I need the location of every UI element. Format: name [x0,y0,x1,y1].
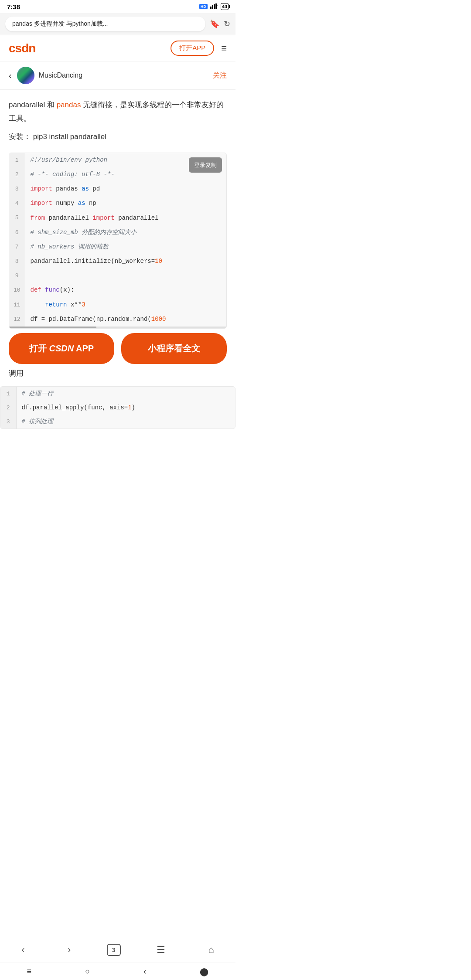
mini-program-button[interactable]: 小程序看全文 [121,333,227,364]
bookmark-icon[interactable]: 🔖 [210,19,219,29]
code-line: 11 return x**3 [9,298,226,312]
pandas-highlight: pandas [57,101,81,109]
article-paragraph: pandarallel 和 pandas 无缝衔接，是实现多线程的一个非常友好的… [9,99,227,125]
line-number: 6 [9,225,25,240]
line-number: 2 [9,167,25,182]
line-number: 3 [0,415,16,429]
svg-rect-1 [212,5,213,9]
cta-row: 打开 CSDN APP 小程序看全文 [0,329,236,368]
code-line: 3 # 按列处理 [0,415,235,429]
svg-rect-0 [210,7,212,9]
status-bar: 7:38 HD 4G 40 [0,0,236,13]
code-line: 5 from pandarallel import pandarallel [9,211,226,225]
line-number: 9 [9,269,25,283]
hd-badge: HD [199,4,208,9]
install-label: 安装： [9,133,31,141]
status-icons: HD 4G 40 [199,3,229,10]
line-number: 4 [9,196,25,211]
browser-url-input[interactable]: pandas 多进程并发 与python加载... [5,17,205,31]
line-number: 2 [0,401,16,415]
code-line: 3 import pandas as pd [9,182,226,196]
line-content: # nb_workers 调用的核数 [25,240,226,254]
line-content: # 按列处理 [16,415,235,429]
back-button[interactable]: ‹ [9,71,12,81]
battery-icon: 40 [221,3,229,10]
line-content: return x**3 [25,298,226,312]
code-table-2: 1 # 处理一行 2 df.parallel_apply(func, axis=… [0,387,235,429]
line-number: 12 [9,312,25,327]
below-cta-text: 调用 [0,368,236,383]
signal-icon: 4G [210,3,218,10]
open-app-header-button[interactable]: 打开APP [171,41,214,56]
csdn-brand-text: CSDN [49,344,74,353]
line-content [25,269,226,283]
author-avatar[interactable] [17,67,34,84]
code-line: 8 pandarallel.initialize(nb_workers=10 [9,254,226,269]
install-command: 安装： pip3 install pandarallel [9,130,227,144]
line-number: 5 [9,211,25,225]
line-number: 1 [0,387,16,401]
author-name[interactable]: MusicDancing [39,71,213,79]
code-line: 9 [9,269,226,283]
refresh-icon[interactable]: ↻ [224,19,230,29]
code-line: 7 # nb_workers 调用的核数 [9,240,226,254]
line-content: import pandas as pd [25,182,226,196]
line-content: # 处理一行 [16,387,235,401]
line-content: def func(x): [25,283,226,297]
code-line: 10 def func(x): [9,283,226,297]
svg-text:4G: 4G [217,3,218,7]
line-number: 10 [9,283,25,297]
code-table: 1 #!/usr/bin/env python 2 # -*- coding: … [9,153,226,327]
svg-rect-3 [215,3,217,9]
line-number: 11 [9,298,25,312]
code-block-1: 登录复制 1 #!/usr/bin/env python 2 # -*- cod… [9,153,227,329]
line-content: import numpy as np [25,196,226,211]
csdn-header: csdn 打开APP ≡ [0,35,236,61]
line-number: 7 [9,240,25,254]
code-line: 4 import numpy as np [9,196,226,211]
copy-button[interactable]: 登录复制 [189,157,222,173]
line-content: df.parallel_apply(func, axis=1) [16,401,235,415]
hamburger-menu-icon[interactable]: ≡ [221,43,227,54]
line-content: # shm_size_mb 分配的内存空间大小 [25,225,226,240]
code-block-2: 1 # 处理一行 2 df.parallel_apply(func, axis=… [0,386,236,429]
line-content: from pandarallel import pandarallel [25,211,226,225]
code-line: 6 # shm_size_mb 分配的内存空间大小 [9,225,226,240]
line-number: 1 [9,153,25,167]
line-content: pandarallel.initialize(nb_workers=10 [25,254,226,269]
browser-bar: pandas 多进程并发 与python加载... 🔖 ↻ [0,13,236,35]
install-cmd: pip3 install pandarallel [31,133,106,141]
follow-button[interactable]: 关注 [213,71,227,80]
status-time: 7:38 [7,3,20,10]
code-line: 2 df.parallel_apply(func, axis=1) [0,401,235,415]
article-text-before: pandarallel 和 [9,101,57,109]
article-content: pandarallel 和 pandas 无缝衔接，是实现多线程的一个非常友好的… [0,90,236,329]
line-number: 8 [9,254,25,269]
line-content: df = pd.DataFrame(np.random.rand(1000 [25,312,226,327]
line-number: 3 [9,182,25,196]
csdn-logo[interactable]: csdn [9,41,35,55]
second-code-section: 1 # 处理一行 2 df.parallel_apply(func, axis=… [0,386,236,429]
horizontal-scrollbar[interactable] [9,327,226,328]
code-line: 1 # 处理一行 [0,387,235,401]
open-csdn-app-button[interactable]: 打开 CSDN APP [9,333,114,364]
header-right: 打开APP ≡ [171,41,227,56]
code-line: 12 df = pd.DataFrame(np.random.rand(1000 [9,312,226,327]
author-bar: ‹ MusicDancing 关注 [0,61,236,90]
calling-text: 调用 [9,369,24,378]
svg-rect-2 [214,4,215,9]
